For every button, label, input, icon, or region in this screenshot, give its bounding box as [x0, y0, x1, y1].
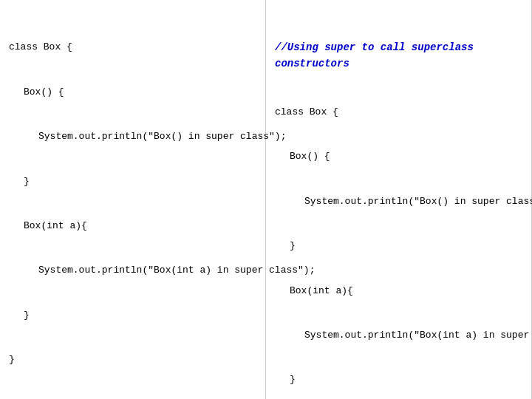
- left-panel: class Box { Box() { System.out.println("…: [0, 0, 266, 399]
- code-line: }: [275, 239, 522, 253]
- code-line: System.out.println("Box() in super class…: [9, 129, 256, 144]
- code-line: Box(int a){: [275, 284, 522, 299]
- left-code-block: class Box { Box() { System.out.println("…: [9, 10, 256, 399]
- code-line: }: [9, 308, 256, 323]
- code-line: class Box {: [9, 40, 256, 55]
- code-line: System.out.println("Box(int a) in super …: [275, 328, 522, 343]
- code-line: Box() {: [9, 85, 256, 100]
- panel-heading: //Using super to call superclass constru…: [275, 40, 522, 72]
- code-line: System.out.println("Box(int a) in super …: [9, 263, 256, 278]
- code-line: }: [9, 174, 256, 189]
- code-line: }: [275, 372, 522, 387]
- right-code-block: //Using super to call superclass constru…: [275, 10, 522, 399]
- code-line: System.out.println("Box() in super class…: [275, 194, 522, 209]
- code-line: }: [9, 352, 256, 367]
- code-line: Box(int a){: [9, 219, 256, 233]
- right-panel: //Using super to call superclass constru…: [266, 0, 532, 399]
- code-line: class Box {: [275, 105, 522, 120]
- code-line: Box() {: [275, 149, 522, 164]
